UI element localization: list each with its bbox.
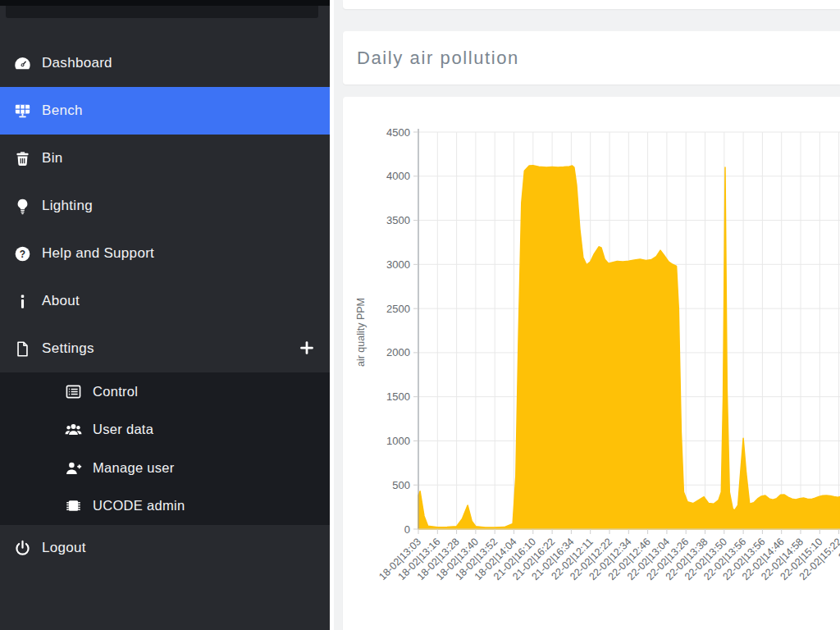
sidebar-item-label: Lighting — [42, 198, 93, 214]
sidebar-item-user-data[interactable]: User data — [0, 411, 330, 450]
info-icon — [11, 291, 34, 311]
sidebar-item-control[interactable]: Control — [0, 372, 330, 411]
trash-icon — [11, 148, 34, 168]
topbar-remnant — [343, 0, 840, 9]
sidebar-menu: DashboardBenchBinLighting?Help and Suppo… — [0, 39, 330, 571]
sidebar-item-about[interactable]: About — [0, 277, 330, 325]
content-left-strip — [330, 0, 334, 630]
sidebar-item-logout[interactable]: Logout — [0, 525, 330, 571]
microchip-icon — [62, 496, 84, 516]
user-plus-icon — [62, 458, 84, 477]
sidebar-item-label: Logout — [42, 540, 86, 556]
y-axis-tick-label: 1000 — [386, 435, 410, 447]
sidebar-item-manage-user[interactable]: Manage user — [0, 449, 330, 487]
y-axis-tick-label: 3000 — [386, 258, 410, 271]
sidebar-item-label: User data — [93, 422, 153, 437]
sidebar-top-strip — [0, 0, 330, 6]
sidebar-item-label: Bin — [42, 150, 62, 167]
app: DashboardBenchBinLighting?Help and Suppo… — [0, 0, 840, 630]
sidebar-item-label: Manage user — [93, 460, 175, 476]
sidebar-item-bench[interactable]: Bench — [0, 87, 330, 135]
lightbulb-icon — [11, 196, 34, 216]
list-icon — [62, 381, 84, 401]
question-circle-icon: ? — [11, 244, 34, 263]
y-axis-tick-label: 0 — [404, 523, 410, 536]
y-axis-tick-label: 4000 — [386, 170, 410, 182]
sidebar-item-help-and-support[interactable]: ?Help and Support — [0, 230, 330, 277]
y-axis-tick-label: 4500 — [386, 126, 410, 139]
solar-panel-icon — [11, 101, 34, 121]
page-title: Daily air pollution — [343, 48, 519, 69]
y-axis-tick-label: 500 — [392, 479, 410, 491]
gauge-icon — [11, 53, 34, 73]
svg-text:?: ? — [20, 248, 25, 259]
sidebar-item-label: Control — [93, 384, 138, 399]
sidebar: DashboardBenchBinLighting?Help and Suppo… — [0, 0, 330, 630]
sidebar-item-label: Help and Support — [42, 245, 154, 262]
sidebar-item-ucode-admin[interactable]: UCODE admin — [0, 487, 330, 526]
main-area: Daily air pollution 05001000150020002500… — [330, 0, 840, 630]
sidebar-item-settings[interactable]: Settings — [0, 325, 330, 372]
page-title-card: Daily air pollution — [343, 31, 840, 84]
y-axis-tick-label: 2500 — [386, 303, 410, 315]
y-axis-tick-label: 2000 — [386, 346, 410, 358]
sidebar-item-dashboard[interactable]: Dashboard — [0, 39, 330, 87]
y-axis-title: air quality PPM — [355, 298, 367, 367]
sidebar-item-label: Settings — [42, 340, 94, 357]
y-axis-tick-label: 3500 — [386, 214, 410, 226]
y-axis-tick-label: 1500 — [386, 390, 410, 403]
chart-card: 05001000150020002500300035004000450018-0… — [343, 97, 840, 630]
sidebar-item-lighting[interactable]: Lighting — [0, 182, 330, 230]
sidebar-submenu: ControlUser dataManage userUCODE admin — [0, 372, 330, 525]
sidebar-item-bin[interactable]: Bin — [0, 135, 330, 182]
sidebar-item-label: Bench — [42, 103, 83, 119]
users-icon — [62, 420, 84, 440]
air-pollution-chart: 05001000150020002500300035004000450018-0… — [343, 97, 840, 630]
sidebar-item-label: UCODE admin — [93, 498, 185, 514]
sidebar-item-label: Dashboard — [42, 55, 112, 71]
plus-icon[interactable] — [298, 339, 316, 357]
sidebar-item-label: About — [42, 293, 80, 309]
sidebar-top-panel — [6, 6, 318, 18]
power-icon — [11, 538, 34, 558]
file-icon — [11, 339, 34, 358]
